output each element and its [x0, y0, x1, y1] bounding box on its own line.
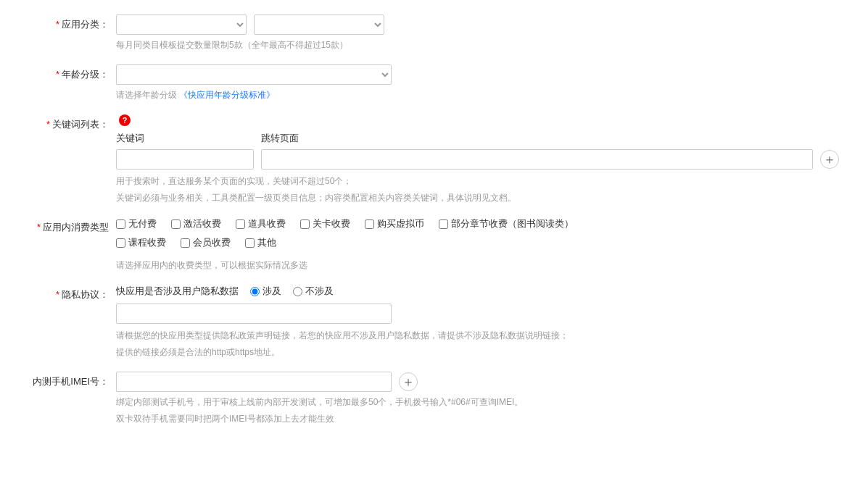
- privacy-content: 快应用是否涉及用户隐私数据 涉及 不涉及 请根据您的快应用类型提供隐私政策声明链…: [116, 285, 839, 359]
- app-category-hint: 每月同类目模板提交数量限制5款（全年最高不得超过15款）: [116, 39, 839, 51]
- consume-checkbox-input-1[interactable]: [171, 219, 181, 229]
- age-rating-select[interactable]: [116, 64, 392, 85]
- app-category-select1[interactable]: [116, 14, 247, 35]
- privacy-hint2: 提供的链接必须是合法的http或https地址。: [116, 346, 839, 359]
- privacy-radio1-label[interactable]: 涉及: [250, 285, 281, 298]
- consume-checkbox-label-2: 道具收费: [248, 217, 286, 230]
- consume-checkbox-0[interactable]: 无付费: [116, 217, 157, 230]
- keyword-input-row: ＋: [116, 149, 839, 170]
- keyword-hint1: 用于搜索时，直达服务某个页面的实现，关键词不超过50个；: [116, 175, 839, 188]
- keyword-input[interactable]: [116, 149, 254, 170]
- imei-input[interactable]: [116, 372, 392, 392]
- required-star5: *: [56, 289, 59, 300]
- privacy-hint1: 请根据您的快应用类型提供隐私政策声明链接，若您的快应用不涉及用户隐私数据，请提供…: [116, 330, 839, 342]
- consume-checkbox-1[interactable]: 激活收费: [171, 217, 221, 230]
- keyword-help-icon[interactable]: ?: [119, 114, 131, 126]
- consume-checkbox-label-0: 无付费: [128, 217, 157, 230]
- keyword-header: 关键词 跳转页面: [116, 132, 839, 145]
- consume-checkbox-input-2[interactable]: [236, 219, 245, 229]
- required-star3: *: [46, 119, 50, 130]
- consume-checkbox-label-6: 课程收费: [128, 236, 166, 249]
- age-rating-label: *年龄分级：: [29, 64, 116, 81]
- keyword-add-button[interactable]: ＋: [820, 150, 839, 169]
- privacy-radio1-text: 涉及: [263, 285, 281, 298]
- consume-checkbox-7[interactable]: 会员收费: [181, 236, 231, 249]
- keyword-row: *关键词列表： ? 关键词 跳转页面 ＋ 用于搜索时，直达服务某个页面的实现，关…: [29, 114, 839, 204]
- consume-checkbox-4[interactable]: 购买虚拟币: [365, 217, 424, 230]
- privacy-desc: 快应用是否涉及用户隐私数据: [116, 285, 239, 298]
- consume-checkbox-2[interactable]: 道具收费: [236, 217, 286, 230]
- app-category-label: *应用分类：: [29, 14, 116, 31]
- consume-checkbox-3[interactable]: 关卡收费: [300, 217, 350, 230]
- required-star: *: [56, 19, 59, 30]
- consume-checkbox-row: 无付费激活收费道具收费关卡收费购买虚拟币部分章节收费（图书阅读类）课程收费会员收…: [116, 217, 839, 255]
- imei-content: ＋ 绑定内部测试手机号，用于审核上线前内部开发测试，可增加最多50个，手机拨号输…: [116, 372, 839, 425]
- consume-checkbox-8[interactable]: 其他: [245, 236, 276, 249]
- keyword-col1-label: 关键词: [116, 132, 254, 145]
- consume-checkbox-input-6[interactable]: [116, 238, 125, 248]
- consume-checkbox-label-8: 其他: [257, 236, 276, 249]
- app-category-content: 每月同类目模板提交数量限制5款（全年最高不得超过15款）: [116, 14, 839, 51]
- keyword-jump-input[interactable]: [261, 149, 813, 170]
- privacy-row: *隐私协议： 快应用是否涉及用户隐私数据 涉及 不涉及 请根据您的快应用类型提供…: [29, 285, 839, 359]
- consume-checkbox-label-5: 部分章节收费（图书阅读类）: [451, 217, 574, 230]
- consume-content: 无付费激活收费道具收费关卡收费购买虚拟币部分章节收费（图书阅读类）课程收费会员收…: [116, 217, 839, 272]
- keyword-col2-label: 跳转页面: [261, 132, 839, 145]
- consume-checkbox-label-7: 会员收费: [193, 236, 231, 249]
- keyword-label-row: ?: [116, 114, 839, 126]
- privacy-url-input[interactable]: [116, 304, 392, 324]
- app-category-select2[interactable]: [254, 14, 384, 35]
- imei-row: 内测手机IMEI号： ＋ 绑定内部测试手机号，用于审核上线前内部开发测试，可增加…: [29, 372, 839, 425]
- age-rating-hint: 请选择年龄分级 《快应用年龄分级标准》: [116, 89, 839, 101]
- privacy-radio1-input[interactable]: [250, 287, 260, 296]
- keyword-content: ? 关键词 跳转页面 ＋ 用于搜索时，直达服务某个页面的实现，关键词不超过50个…: [116, 114, 839, 204]
- age-rating-content: 请选择年龄分级 《快应用年龄分级标准》: [116, 64, 839, 101]
- imei-label: 内测手机IMEI号：: [29, 372, 116, 388]
- consume-checkbox-input-7[interactable]: [181, 238, 190, 248]
- privacy-label: *隐私协议：: [29, 285, 116, 301]
- required-star2: *: [56, 69, 59, 80]
- consume-row: *应用内消费类型 无付费激活收费道具收费关卡收费购买虚拟币部分章节收费（图书阅读…: [29, 217, 839, 272]
- consume-checkbox-input-4[interactable]: [365, 219, 374, 229]
- consume-checkbox-input-8[interactable]: [245, 238, 255, 248]
- keyword-hint2: 关键词必须与业务相关，工具类配置一级页类目信息；内容类配置相关内容类关键词，具体…: [116, 192, 839, 204]
- consume-checkbox-5[interactable]: 部分章节收费（图书阅读类）: [439, 217, 574, 230]
- consume-checkbox-label-3: 关卡收费: [313, 217, 350, 230]
- required-star4: *: [37, 222, 41, 233]
- imei-add-button[interactable]: ＋: [399, 372, 418, 391]
- privacy-radio2-input[interactable]: [293, 287, 302, 296]
- privacy-radio2-text: 不涉及: [305, 285, 334, 298]
- consume-checkbox-input-0[interactable]: [116, 219, 125, 229]
- imei-input-row: ＋: [116, 372, 839, 392]
- consume-checkbox-input-3[interactable]: [300, 219, 310, 229]
- privacy-radio2-label[interactable]: 不涉及: [293, 285, 334, 298]
- privacy-radio-row: 快应用是否涉及用户隐私数据 涉及 不涉及: [116, 285, 839, 298]
- keyword-label: *关键词列表：: [29, 114, 116, 131]
- imei-hint1: 绑定内部测试手机号，用于审核上线前内部开发测试，可增加最多50个，手机拨号输入*…: [116, 396, 839, 409]
- consume-checkbox-label-1: 激活收费: [183, 217, 221, 230]
- app-category-selects: [116, 14, 839, 35]
- consume-label: *应用内消费类型: [29, 217, 116, 234]
- consume-checkbox-label-4: 购买虚拟币: [377, 217, 424, 230]
- age-rating-link[interactable]: 《快应用年龄分级标准》: [179, 90, 275, 100]
- app-category-row: *应用分类： 每月同类目模板提交数量限制5款（全年最高不得超过15款）: [29, 14, 839, 51]
- consume-checkbox-6[interactable]: 课程收费: [116, 236, 166, 249]
- age-rating-row: *年龄分级： 请选择年龄分级 《快应用年龄分级标准》: [29, 64, 839, 101]
- consume-hint: 请选择应用内的收费类型，可以根据实际情况多选: [116, 259, 839, 272]
- imei-hint2: 双卡双待手机需要同时把两个IMEI号都添加上去才能生效: [116, 413, 839, 425]
- consume-checkbox-input-5[interactable]: [439, 219, 448, 229]
